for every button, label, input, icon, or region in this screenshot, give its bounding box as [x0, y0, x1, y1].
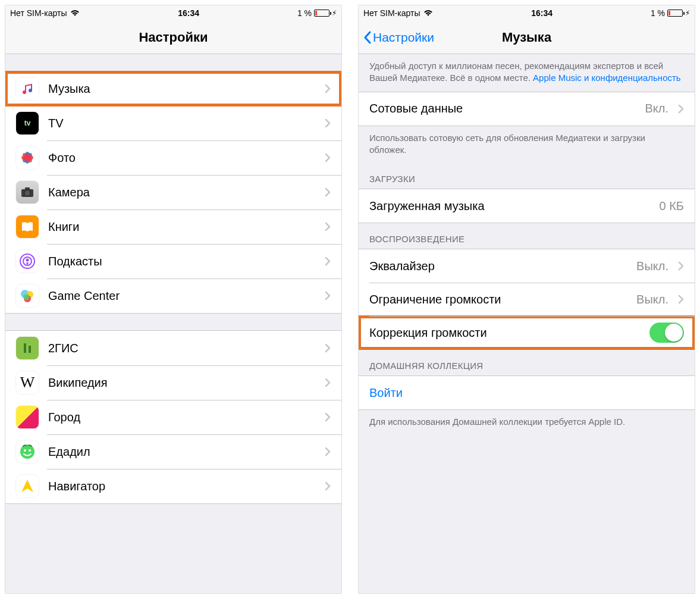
- clock: 16:34: [531, 8, 553, 18]
- svg-point-23: [20, 445, 34, 459]
- svg-point-1: [29, 89, 32, 92]
- status-bar: Нет SIM-карты 16:34 1 % ⚡︎: [359, 5, 695, 21]
- chevron-right-icon: [325, 378, 331, 387]
- music-icon: [16, 77, 39, 100]
- settings-list[interactable]: Музыка tv TV Фото Камера: [5, 54, 341, 593]
- chevron-right-icon: [678, 295, 684, 304]
- row-label: Книги: [48, 220, 315, 234]
- row-sound-check[interactable]: Коррекция громкости: [359, 316, 695, 349]
- row-label: Коррекция громкости: [369, 326, 640, 340]
- downloads-header: ЗАГРУЗКИ: [359, 163, 695, 189]
- dgis-icon: [16, 337, 39, 359]
- wikipedia-icon: W: [16, 371, 39, 394]
- back-button[interactable]: Настройки: [363, 21, 434, 54]
- svg-point-15: [26, 259, 29, 262]
- chevron-right-icon: [325, 256, 331, 266]
- row-gamecenter[interactable]: Game Center: [5, 278, 341, 313]
- battery-percent: 1 %: [297, 8, 312, 18]
- row-label: Фото: [48, 151, 315, 165]
- row-edadil[interactable]: Едадил: [5, 434, 341, 469]
- row-music[interactable]: Музыка: [5, 71, 341, 106]
- chevron-right-icon: [325, 291, 331, 300]
- carrier-text: Нет SIM-карты: [363, 8, 420, 18]
- phone-settings-root: Нет SIM-карты 16:34 1 % ⚡︎ Настройки Муз…: [5, 5, 342, 594]
- row-value: Выкл.: [636, 259, 668, 273]
- chevron-right-icon: [325, 84, 331, 93]
- row-label: Подкасты: [48, 255, 315, 268]
- chevron-right-icon: [325, 187, 331, 197]
- chevron-right-icon: [325, 481, 331, 491]
- row-downloaded-music[interactable]: Загруженная музыка 0 КБ: [359, 189, 695, 223]
- gamecenter-icon: [16, 284, 39, 307]
- battery-icon: [667, 10, 683, 17]
- row-signin[interactable]: Войти: [359, 376, 695, 409]
- chevron-right-icon: [325, 343, 331, 353]
- home-sharing-footer: Для использования Домашней коллекции тре…: [359, 410, 695, 435]
- svg-point-24: [24, 449, 26, 452]
- row-gorod[interactable]: Город: [5, 400, 341, 434]
- battery-percent: 1 %: [651, 8, 665, 18]
- carrier-text: Нет SIM-карты: [10, 8, 67, 18]
- row-label: Навигатор: [48, 480, 315, 493]
- chevron-right-icon: [325, 412, 331, 422]
- svg-rect-11: [25, 187, 30, 190]
- home-sharing-header: ДОМАШНЯЯ КОЛЛЕКЦИЯ: [359, 350, 695, 375]
- row-label: Википедия: [48, 376, 315, 390]
- apps-group-b: 2ГИС W Википедия Город Едадил: [5, 330, 341, 504]
- status-bar: Нет SIM-карты 16:34 1 % ⚡︎: [5, 5, 341, 21]
- photos-icon: [16, 146, 39, 169]
- row-wikipedia[interactable]: W Википедия: [5, 365, 341, 400]
- chevron-right-icon: [325, 447, 331, 456]
- battery-icon: [314, 10, 329, 17]
- svg-point-19: [23, 294, 29, 300]
- svg-point-12: [24, 190, 30, 196]
- row-photos[interactable]: Фото: [5, 140, 341, 175]
- music-settings-list[interactable]: Удобный доступ к миллионам песен, рекоме…: [359, 54, 695, 593]
- wifi-icon: [423, 10, 433, 17]
- row-label: Камера: [48, 186, 315, 199]
- nav-bar: Настройки: [5, 21, 341, 54]
- books-icon: [16, 215, 39, 238]
- row-label: Сотовые данные: [369, 102, 635, 115]
- row-value: Выкл.: [636, 293, 668, 306]
- svg-rect-20: [19, 340, 36, 356]
- row-label: Эквалайзер: [369, 259, 627, 273]
- apple-music-intro: Удобный доступ к миллионам песен, рекоме…: [359, 54, 695, 92]
- row-camera[interactable]: Камера: [5, 175, 341, 209]
- signin-label: Войти: [369, 386, 403, 400]
- row-label: Музыка: [48, 82, 315, 96]
- row-navigator[interactable]: Навигатор: [5, 469, 341, 503]
- row-label: Ограничение громкости: [369, 293, 627, 306]
- row-value: Вкл.: [645, 102, 668, 115]
- row-podcasts[interactable]: Подкасты: [5, 244, 341, 278]
- sound-check-toggle[interactable]: [649, 323, 684, 343]
- cellular-footer: Использовать сотовую сеть для обновления…: [359, 126, 695, 164]
- tv-icon: tv: [16, 112, 39, 134]
- gorod-icon: [16, 406, 39, 428]
- page-title: Настройки: [139, 30, 208, 45]
- chevron-right-icon: [325, 118, 331, 128]
- svg-rect-21: [24, 343, 26, 353]
- row-equalizer[interactable]: Эквалайзер Выкл.: [359, 249, 695, 283]
- chevron-right-icon: [678, 261, 684, 271]
- row-volume-limit[interactable]: Ограничение громкости Выкл.: [359, 283, 695, 316]
- svg-point-0: [23, 90, 26, 94]
- row-tv[interactable]: tv TV: [5, 106, 341, 140]
- apps-group-a: Музыка tv TV Фото Камера: [5, 71, 341, 314]
- playback-header: ВОСПРОИЗВЕДЕНИЕ: [359, 223, 695, 249]
- apple-music-privacy-link[interactable]: Apple Music и конфиденциальность: [533, 73, 681, 83]
- nav-bar: Настройки Музыка: [359, 21, 695, 54]
- phone-music-settings: Нет SIM-карты 16:34 1 % ⚡︎ Настройки Муз…: [358, 5, 695, 594]
- clock: 16:34: [178, 8, 199, 18]
- row-books[interactable]: Книги: [5, 209, 341, 244]
- row-2gis[interactable]: 2ГИС: [5, 331, 341, 365]
- row-cellular-data[interactable]: Сотовые данные Вкл.: [359, 92, 695, 126]
- svg-rect-22: [29, 346, 31, 353]
- row-label: Город: [48, 411, 315, 424]
- charging-icon: ⚡︎: [332, 9, 337, 17]
- navigator-icon: [16, 475, 39, 497]
- chevron-right-icon: [678, 104, 684, 114]
- camera-icon: [16, 181, 39, 204]
- back-label: Настройки: [373, 30, 434, 45]
- row-label: 2ГИС: [48, 342, 315, 355]
